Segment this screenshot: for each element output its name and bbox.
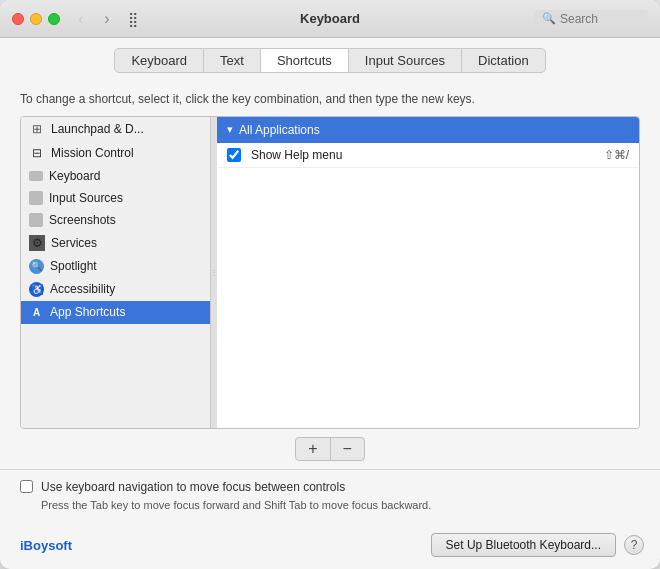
keyboard-nav-label: Use keyboard navigation to move focus be… bbox=[41, 480, 345, 494]
sidebar-label-screenshots: Screenshots bbox=[49, 213, 116, 227]
keyboard-nav-row: Use keyboard navigation to move focus be… bbox=[20, 480, 640, 494]
bottom-section: Use keyboard navigation to move focus be… bbox=[0, 469, 660, 525]
back-button[interactable]: ‹ bbox=[70, 8, 92, 30]
sidebar-item-accessibility[interactable]: ♿ Accessibility bbox=[21, 278, 210, 301]
help-button[interactable]: ? bbox=[624, 535, 644, 555]
tab-text[interactable]: Text bbox=[204, 48, 261, 73]
close-button[interactable] bbox=[12, 13, 24, 25]
tab-shortcuts[interactable]: Shortcuts bbox=[261, 48, 349, 73]
right-panel: ▾ All Applications Show Help menu ⇧⌘/ bbox=[217, 117, 639, 428]
sidebar-label-app-shortcuts: App Shortcuts bbox=[50, 305, 125, 319]
sidebar-label-accessibility: Accessibility bbox=[50, 282, 115, 296]
spotlight-icon: 🔍 bbox=[29, 259, 44, 274]
sidebar-label-keyboard: Keyboard bbox=[49, 169, 100, 183]
sidebar-label-launchpad: Launchpad & D... bbox=[51, 122, 144, 136]
shortcut-row[interactable]: Show Help menu ⇧⌘/ bbox=[217, 143, 639, 168]
sidebar-item-services[interactable]: ⚙ Services bbox=[21, 231, 210, 255]
titlebar: ‹ › ⣿ Keyboard 🔍 bbox=[0, 0, 660, 38]
all-apps-header[interactable]: ▾ All Applications bbox=[217, 117, 639, 143]
search-box: 🔍 bbox=[534, 10, 648, 28]
services-icon: ⚙ bbox=[29, 235, 45, 251]
description-text: To change a shortcut, select it, click t… bbox=[20, 81, 640, 116]
sidebar-item-app-shortcuts[interactable]: A App Shortcuts bbox=[21, 301, 210, 324]
add-shortcut-button[interactable]: + bbox=[296, 438, 330, 460]
sidebar-label-spotlight: Spotlight bbox=[50, 259, 97, 273]
sidebar-item-mission-control[interactable]: ⊟ Mission Control bbox=[21, 141, 210, 165]
tab-keyboard[interactable]: Keyboard bbox=[114, 48, 204, 73]
forward-button[interactable]: › bbox=[96, 8, 118, 30]
shortcut-label: Show Help menu bbox=[251, 148, 604, 162]
tab-input-sources[interactable]: Input Sources bbox=[349, 48, 462, 73]
shortcut-key: ⇧⌘/ bbox=[604, 148, 629, 162]
content-area: To change a shortcut, select it, click t… bbox=[0, 81, 660, 429]
sidebar-item-launchpad[interactable]: ⊞ Launchpad & D... bbox=[21, 117, 210, 141]
sidebar: ⊞ Launchpad & D... ⊟ Mission Control Key… bbox=[21, 117, 211, 428]
sidebar-label-mission: Mission Control bbox=[51, 146, 134, 160]
all-apps-label: All Applications bbox=[239, 123, 320, 137]
nav-buttons: ‹ › bbox=[70, 8, 118, 30]
chevron-down-icon: ▾ bbox=[227, 123, 233, 136]
minimize-button[interactable] bbox=[30, 13, 42, 25]
remove-shortcut-button[interactable]: − bbox=[331, 438, 364, 460]
sidebar-item-spotlight[interactable]: 🔍 Spotlight bbox=[21, 255, 210, 278]
maximize-button[interactable] bbox=[48, 13, 60, 25]
sidebar-item-keyboard[interactable]: Keyboard bbox=[21, 165, 210, 187]
shortcuts-list: Show Help menu ⇧⌘/ bbox=[217, 143, 639, 428]
tabs-bar: Keyboard Text Shortcuts Input Sources Di… bbox=[0, 38, 660, 81]
mission-icon: ⊟ bbox=[29, 145, 45, 161]
keyboard-nav-checkbox[interactable] bbox=[20, 480, 33, 493]
main-panel: ⊞ Launchpad & D... ⊟ Mission Control Key… bbox=[20, 116, 640, 429]
app-shortcuts-icon: A bbox=[29, 305, 44, 320]
tab-dictation[interactable]: Dictation bbox=[462, 48, 546, 73]
sidebar-item-screenshots[interactable]: Screenshots bbox=[21, 209, 210, 231]
screenshots-icon bbox=[29, 213, 43, 227]
search-input[interactable] bbox=[560, 12, 640, 26]
window-title: Keyboard bbox=[300, 11, 360, 26]
traffic-lights bbox=[12, 13, 60, 25]
input-sources-icon bbox=[29, 191, 43, 205]
iboysoft-watermark: iBoysoft bbox=[20, 538, 72, 553]
grid-icon: ⣿ bbox=[128, 11, 138, 27]
search-icon: 🔍 bbox=[542, 12, 556, 25]
setup-bluetooth-button[interactable]: Set Up Bluetooth Keyboard... bbox=[431, 533, 616, 557]
accessibility-icon: ♿ bbox=[29, 282, 44, 297]
keyboard-icon bbox=[29, 171, 43, 181]
sidebar-label-services: Services bbox=[51, 236, 97, 250]
add-remove-group: + − bbox=[295, 437, 365, 461]
add-remove-bar: + − bbox=[0, 429, 660, 469]
keyboard-nav-hint: Press the Tab key to move focus forward … bbox=[41, 498, 640, 513]
sidebar-item-input-sources[interactable]: Input Sources bbox=[21, 187, 210, 209]
keyboard-window: ‹ › ⣿ Keyboard 🔍 Keyboard Text Shortcuts… bbox=[0, 0, 660, 569]
shortcut-checkbox[interactable] bbox=[227, 148, 241, 162]
launchpad-icon: ⊞ bbox=[29, 121, 45, 137]
footer: iBoysoft Set Up Bluetooth Keyboard... ? bbox=[0, 525, 660, 569]
sidebar-label-input-sources: Input Sources bbox=[49, 191, 123, 205]
